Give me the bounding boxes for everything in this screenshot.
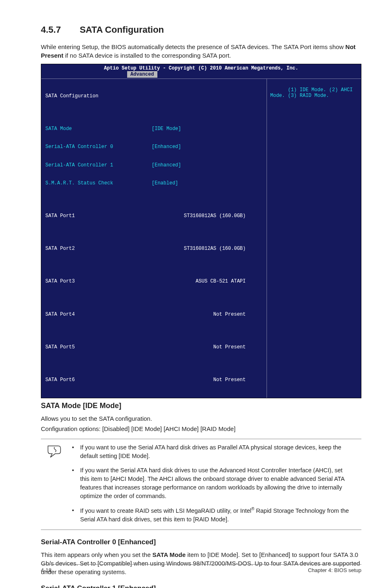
- bios-port-label: SATA Port1: [45, 213, 152, 219]
- bios-setting-label: Serial-ATA Controller 1: [45, 162, 152, 168]
- bios-config-heading: SATA Configuration: [45, 93, 263, 99]
- sata-mode-line1: Allows you to set the SATA configuration…: [41, 414, 361, 423]
- note-item: If you want the Serial ATA hard disk dri…: [69, 466, 353, 500]
- bios-setting-label: S.M.A.R.T. Status Check: [45, 180, 152, 186]
- bios-port-value: Not Present: [152, 344, 246, 350]
- bios-port-value: ST3160812AS (160.0GB): [152, 245, 246, 252]
- sata-mode-line2: Configuration options: [Disabled] [IDE M…: [41, 424, 361, 433]
- bios-port-label: SATA Port5: [45, 344, 152, 350]
- bios-port-row: SATA Port3ASUS CB-521 ATAPI: [45, 278, 263, 285]
- bios-setting-row: SATA Mode[IDE Mode]: [45, 126, 263, 132]
- bios-help-text: (1) IDE Mode. (2) AHCI Mode. (3) RAID Mo…: [270, 87, 356, 99]
- bios-port-value: Not Present: [152, 311, 246, 318]
- bios-port-row: SATA Port1ST3160812AS (160.0GB): [45, 213, 263, 219]
- bios-help-pane: (1) IDE Mode. (2) AHCI Mode. (3) RAID Mo…: [267, 79, 361, 398]
- bios-tab-row: Advanced: [41, 71, 361, 79]
- bios-screenshot: Aptio Setup Utility - Copyright (C) 2010…: [41, 64, 361, 398]
- bios-setting-row: S.M.A.R.T. Status Check[Enabled]: [45, 180, 263, 186]
- bios-setting-value: [Enabled]: [152, 180, 178, 186]
- note-text: If you want to create RAID sets with LSI…: [80, 507, 251, 514]
- ctrl0-heading: Serial-ATA Controller 0 [Enhanced]: [41, 538, 361, 546]
- bios-tab-advanced: Advanced: [127, 71, 157, 78]
- bios-port-row: SATA Port4Not Present: [45, 311, 263, 318]
- intro-post: if no SATA device is installed to the co…: [63, 52, 231, 59]
- page-footer: 4-18 Chapter 4: BIOS setup: [41, 564, 361, 573]
- section-heading: 4.5.7SATA Configuration: [41, 25, 361, 35]
- note-icon: [41, 443, 69, 460]
- bios-body: SATA Configuration SATA Mode[IDE Mode] S…: [41, 79, 361, 398]
- bios-port-value: Not Present: [152, 377, 246, 383]
- note-item: If you want to create RAID sets with LSI…: [69, 506, 353, 524]
- bios-port-label: SATA Port2: [45, 245, 152, 252]
- bios-left-pane: SATA Configuration SATA Mode[IDE Mode] S…: [41, 79, 267, 398]
- bios-title: Aptio Setup Utility - Copyright (C) 2010…: [41, 64, 361, 71]
- intro-pre: While entering Setup, the BIOS automatic…: [41, 43, 345, 50]
- bios-port-value: ST3160812AS (160.0GB): [152, 213, 246, 219]
- chapter-label: Chapter 4: BIOS setup: [308, 567, 361, 573]
- ctrl0-pre: This item appears only when you set the: [41, 551, 152, 558]
- note-block: If you want to use the Serial ATA hard d…: [41, 439, 361, 530]
- bios-setting-value: [Enhanced]: [152, 162, 181, 168]
- bios-port-row: SATA Port5Not Present: [45, 344, 263, 350]
- bios-setting-row: Serial-ATA Controller 0[Enhanced]: [45, 144, 263, 150]
- bios-setting-value: [Enhanced]: [152, 144, 181, 150]
- bios-port-row: SATA Port6Not Present: [45, 377, 263, 383]
- ctrl1-heading: Serial-ATA Controller 1 [Enhanced]: [41, 584, 361, 588]
- bios-setting-label: Serial-ATA Controller 0: [45, 144, 152, 150]
- note-list: If you want to use the Serial ATA hard d…: [69, 443, 361, 525]
- bios-port-label: SATA Port4: [45, 311, 152, 318]
- bios-setting-row: Serial-ATA Controller 1[Enhanced]: [45, 162, 263, 168]
- section-number: 4.5.7: [41, 25, 61, 35]
- bios-port-row: SATA Port2ST3160812AS (160.0GB): [45, 245, 263, 252]
- bios-setting-label: SATA Mode: [45, 126, 152, 132]
- bios-port-label: SATA Port3: [45, 278, 152, 285]
- bios-port-label: SATA Port6: [45, 377, 152, 383]
- page-number: 4-18: [41, 567, 52, 573]
- bios-port-value: ASUS CB-521 ATAPI: [152, 278, 246, 285]
- ctrl0-bold: SATA Mode: [152, 551, 186, 558]
- sata-mode-heading: SATA Mode [IDE Mode]: [41, 402, 361, 410]
- bios-setting-value: [IDE Mode]: [152, 126, 181, 132]
- intro-paragraph: While entering Setup, the BIOS automatic…: [41, 43, 361, 60]
- section-title: SATA Configuration: [80, 25, 164, 35]
- note-item: If you want to use the Serial ATA hard d…: [69, 443, 353, 460]
